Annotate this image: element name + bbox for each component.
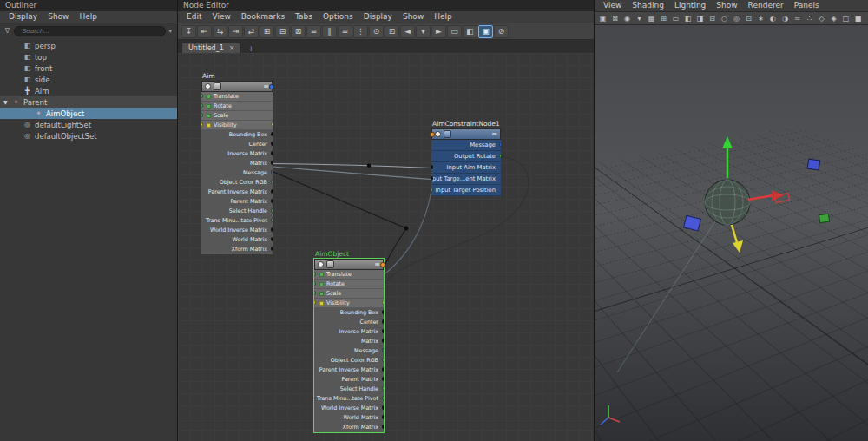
output-connector-dot[interactable]: [271, 180, 273, 184]
outliner-menu-item[interactable]: Show: [43, 11, 74, 23]
output-connector-dot[interactable]: [382, 310, 384, 314]
xray-icon[interactable]: ◇: [816, 13, 827, 23]
node-editor-menu-item[interactable]: View: [207, 11, 235, 23]
node-aim-object[interactable]: AimObject ≡ Translate: [314, 259, 384, 432]
output-connector-dot[interactable]: [271, 218, 273, 222]
output-connector-dot[interactable]: [382, 329, 384, 333]
safe-title-icon[interactable]: ◎: [731, 13, 742, 23]
outliner-item[interactable]: ⌖ AimObject: [0, 108, 177, 119]
attribute-row[interactable]: Translate: [314, 270, 384, 280]
connection-wire[interactable]: [384, 228, 406, 267]
node-menu-icon[interactable]: ≡: [374, 261, 380, 268]
wire-junction-dot[interactable]: [404, 227, 409, 231]
output-connector-dot[interactable]: [499, 142, 501, 147]
attribute-row[interactable]: Input Aim Matrix: [431, 162, 501, 174]
lock-editor-icon[interactable]: ⊘: [494, 25, 509, 38]
output-connector-dot[interactable]: [271, 208, 273, 213]
attribute-row[interactable]: Rotate: [201, 102, 273, 111]
output-connector-dot[interactable]: [382, 339, 384, 343]
input-connector-dot[interactable]: [314, 300, 316, 305]
node-aim-constraint[interactable]: AimConstraintNode1 ≡ Message: [431, 128, 501, 196]
connection-wire[interactable]: [384, 191, 431, 275]
attribute-row[interactable]: Translate: [201, 92, 273, 102]
textured-icon[interactable]: ■: [852, 13, 864, 23]
attribute-row[interactable]: Input Targe...ent Matrix: [431, 174, 501, 185]
add-tab-button[interactable]: +: [243, 44, 259, 53]
attribute-row[interactable]: Matrix: [201, 159, 273, 168]
attribute-row[interactable]: Scale: [314, 289, 384, 299]
node-menu-icon[interactable]: ≡: [263, 83, 269, 90]
input-connector-dot[interactable]: [314, 291, 316, 295]
output-connector-dot[interactable]: [271, 199, 273, 203]
lock-camera-icon[interactable]: ⊠: [609, 13, 621, 23]
viewport-menu-item[interactable]: Renderer: [743, 0, 789, 11]
attribute-row[interactable]: Center: [201, 140, 273, 149]
align-nodes-icon[interactable]: ≡: [338, 25, 352, 38]
attribute-row[interactable]: World Inverse Matrix: [201, 226, 273, 235]
viewport-menu-item[interactable]: Panels: [789, 0, 825, 11]
attribute-row[interactable]: Inverse Matrix: [314, 327, 384, 337]
multisampling-icon[interactable]: ∴: [804, 13, 815, 23]
attribute-row[interactable]: Xform Matrix: [201, 245, 273, 254]
lighting-icon[interactable]: ∗: [755, 13, 766, 23]
grid-toggle-icon[interactable]: ⊞: [658, 13, 669, 23]
node-header[interactable]: ≡: [431, 128, 501, 140]
attribute-row[interactable]: Matrix: [314, 337, 384, 346]
clear-graph-icon[interactable]: ⊠: [291, 25, 306, 38]
frame-all-icon[interactable]: ⊡: [743, 13, 754, 23]
attribute-row[interactable]: Parent Inverse Matrix: [201, 188, 273, 197]
attribute-row[interactable]: World Matrix: [201, 235, 273, 245]
field-chart-icon[interactable]: ⊟: [707, 13, 718, 23]
node-graph-canvas[interactable]: Aim ≡ Translate: [178, 53, 594, 441]
attribute-row[interactable]: Parent Matrix: [314, 375, 384, 385]
output-connector-dot[interactable]: [271, 237, 273, 241]
manipulator-down-arrow[interactable]: [732, 225, 743, 253]
outliner-item[interactable]: ◧ side: [0, 74, 177, 85]
attribute-row[interactable]: Center: [314, 318, 384, 327]
shadows-icon[interactable]: ◐: [767, 13, 779, 23]
constrained-cube[interactable]: [684, 215, 701, 231]
input-connector-dot[interactable]: [201, 103, 203, 108]
input-connector-dot[interactable]: [201, 122, 203, 127]
gate-mask-icon[interactable]: ◨: [694, 13, 706, 23]
output-connector-dot[interactable]: [382, 358, 384, 362]
attribute-row[interactable]: Output Rotate: [431, 151, 501, 162]
chevron-down-icon[interactable]: ▾: [168, 28, 174, 35]
layout-horizontal-icon[interactable]: ≡: [306, 25, 321, 38]
attribute-row[interactable]: Scale: [201, 111, 273, 121]
attribute-row[interactable]: Input Target Position: [431, 185, 501, 196]
attribute-row[interactable]: Xform Matrix: [314, 423, 384, 432]
safe-action-icon[interactable]: ○: [719, 13, 730, 23]
graph-all-connections-icon[interactable]: ⇆: [213, 25, 227, 38]
attribute-row[interactable]: Message: [314, 346, 384, 356]
simple-display-mode-icon[interactable]: ▭: [447, 25, 462, 38]
distribute-nodes-icon[interactable]: ⋮: [353, 25, 368, 38]
node-editor-menu-item[interactable]: Display: [358, 11, 398, 23]
output-connector-dot[interactable]: [271, 151, 273, 155]
output-connector-dot[interactable]: [382, 319, 384, 324]
select-camera-icon[interactable]: ▣: [597, 13, 608, 23]
layout-vertical-icon[interactable]: ∥: [322, 25, 337, 38]
output-connector-dot[interactable]: [271, 189, 273, 194]
node-aim[interactable]: Aim ≡ Translate: [201, 81, 273, 254]
attribute-row[interactable]: Inverse Matrix: [201, 149, 273, 159]
outliner-menu-item[interactable]: Help: [74, 11, 102, 23]
attribute-row[interactable]: World Inverse Matrix: [314, 404, 384, 413]
image-plane-icon[interactable]: ▦: [646, 13, 657, 23]
output-connector-dot[interactable]: [271, 142, 273, 146]
viewport-menu-item[interactable]: Show: [711, 0, 742, 11]
attribute-row[interactable]: Bounding Box: [201, 130, 273, 140]
bookmark-next-icon[interactable]: ►: [431, 25, 446, 38]
outliner-item[interactable]: ◧ persp: [0, 40, 177, 51]
attribute-row[interactable]: Visibility: [201, 121, 273, 130]
message-connector-dot[interactable]: [269, 84, 274, 89]
output-connector-dot[interactable]: [382, 386, 384, 391]
input-connector-dot[interactable]: [314, 281, 316, 286]
wireframe-icon[interactable]: □: [840, 13, 852, 23]
pin-icon[interactable]: ↧: [181, 25, 196, 38]
output-connector-dot[interactable]: [382, 377, 384, 381]
attribute-row[interactable]: Message: [431, 140, 501, 151]
output-connector-dot[interactable]: [382, 300, 384, 305]
outliner-item[interactable]: ◧ top: [0, 51, 177, 63]
node-editor-menu-item[interactable]: Options: [318, 11, 358, 23]
